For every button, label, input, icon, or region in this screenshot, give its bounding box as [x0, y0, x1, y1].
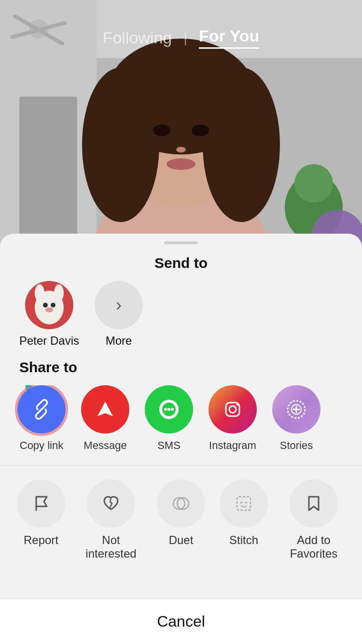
svg-point-16: [176, 147, 186, 153]
report-label: Report: [24, 533, 58, 547]
sms-share[interactable]: SMS: [145, 385, 193, 452]
svg-marker-29: [97, 402, 113, 416]
message-circle: [81, 385, 129, 434]
sheet-divider: [0, 465, 362, 466]
avatar-image: [25, 281, 73, 329]
action-row: Report Not interested: [0, 479, 362, 560]
duet-label: Duet: [169, 533, 194, 547]
svg-point-25: [43, 303, 48, 308]
sheet-handle: [164, 241, 198, 244]
share-to-heading: Share to: [19, 359, 77, 376]
copy-link-share[interactable]: Copy link: [17, 385, 66, 452]
top-navigation: Following | For You: [0, 0, 362, 49]
sms-circle: [145, 385, 193, 434]
svg-point-36: [229, 406, 236, 413]
stitch-circle: [220, 479, 268, 528]
following-tab[interactable]: Following: [103, 28, 172, 47]
svg-point-32: [164, 408, 167, 411]
not-interested-action[interactable]: Not interested: [80, 479, 142, 560]
for-you-tab[interactable]: For You: [199, 27, 259, 49]
bookmark-icon: [303, 493, 324, 514]
svg-point-47: [245, 502, 247, 504]
stitch-label: Stitch: [229, 533, 258, 547]
instagram-circle: [209, 385, 257, 434]
copy-link-wrapper: Copy link: [17, 385, 66, 452]
add-to-favorites-label: Add to Favorites: [282, 533, 345, 560]
not-interested-label: Not interested: [80, 533, 142, 560]
svg-rect-45: [237, 497, 251, 510]
add-to-favorites-circle: [290, 479, 338, 528]
svg-rect-3: [19, 97, 77, 246]
cancel-button[interactable]: Cancel: [0, 599, 362, 644]
svg-point-37: [237, 404, 239, 406]
more-label: More: [106, 334, 132, 348]
svg-point-19: [294, 164, 333, 203]
chevron-right-icon: ›: [116, 295, 122, 315]
svg-point-12: [82, 68, 159, 222]
stitch-action[interactable]: Stitch: [220, 479, 268, 547]
more-circle[interactable]: ›: [95, 281, 143, 329]
svg-point-33: [167, 408, 170, 411]
instagram-share[interactable]: Instagram: [209, 385, 257, 452]
svg-point-23: [35, 284, 44, 302]
share-bottom-sheet: Send to: [0, 234, 362, 644]
video-background: Following | For You: [0, 0, 362, 246]
stories-icon: [284, 397, 309, 422]
more-contacts[interactable]: › More: [95, 281, 143, 348]
message-share[interactable]: Message: [81, 385, 129, 452]
stories-share[interactable]: Stories: [272, 385, 320, 452]
duet-action[interactable]: Duet: [157, 479, 205, 547]
instagram-icon: [220, 397, 245, 422]
svg-point-13: [203, 68, 280, 222]
stories-circle: [272, 385, 320, 434]
svg-point-15: [192, 125, 209, 136]
send-to-heading: Send to: [154, 255, 208, 271]
broken-heart-icon: [100, 493, 122, 514]
svg-point-46: [240, 502, 242, 504]
stitch-icon: [233, 493, 254, 514]
add-to-favorites-action[interactable]: Add to Favorites: [282, 479, 345, 560]
svg-point-27: [45, 308, 53, 312]
copy-link-circle: [17, 385, 66, 434]
not-interested-circle: [87, 479, 135, 528]
share-row: Copy link Message: [0, 385, 362, 452]
svg-point-34: [171, 408, 174, 411]
contact-peter-davis[interactable]: Peter Davis: [19, 281, 79, 348]
sms-label: SMS: [157, 439, 181, 452]
nav-divider: |: [183, 29, 187, 46]
copy-link-ring: [15, 385, 68, 436]
svg-point-24: [54, 284, 64, 302]
svg-point-26: [51, 303, 56, 308]
message-icon: [93, 397, 118, 422]
report-flag-icon: [30, 493, 52, 514]
report-action[interactable]: Report: [17, 479, 65, 547]
peter-davis-avatar: [25, 281, 73, 329]
message-label: Message: [84, 439, 126, 452]
stories-label: Stories: [280, 439, 313, 452]
report-circle: [17, 479, 65, 528]
svg-point-14: [153, 125, 170, 136]
sms-icon: [156, 397, 181, 422]
instagram-label: Instagram: [209, 439, 256, 452]
duet-icon: [170, 493, 192, 514]
duet-circle: [157, 479, 205, 528]
contacts-row: Peter Davis › More: [0, 281, 362, 348]
copy-link-label: Copy link: [20, 439, 63, 452]
peter-davis-name: Peter Davis: [19, 334, 79, 348]
svg-point-17: [167, 158, 195, 170]
